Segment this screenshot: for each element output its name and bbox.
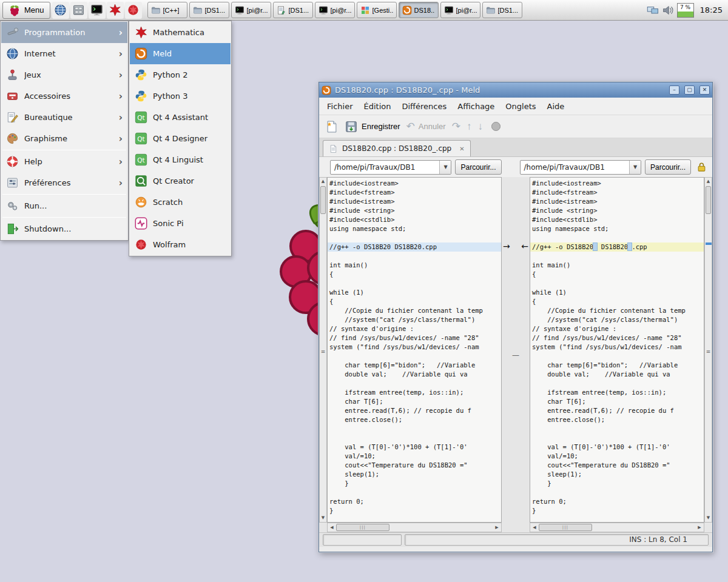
new-comparison-button[interactable] — [325, 120, 339, 133]
save-button[interactable]: Enregistrer — [345, 120, 400, 133]
right-file-combo[interactable]: /home/pi/Travaux/DB1 ▼ — [520, 160, 641, 175]
terminal-launcher[interactable] — [89, 2, 106, 19]
web-browser-launcher[interactable] — [52, 2, 69, 19]
submenu-item-meld[interactable]: Meld — [130, 43, 231, 64]
task-button[interactable]: [C++] — [147, 2, 187, 18]
code-line — [329, 279, 501, 288]
scrollbar-thumb[interactable] — [706, 186, 711, 214]
code-line: //system("cat /sys/class/thermal") — [532, 315, 704, 324]
submenu-item-python3[interactable]: Python 3 — [130, 85, 231, 107]
task-button[interactable]: [DS1... — [189, 2, 229, 18]
tab-close-icon[interactable]: ✕ — [456, 146, 464, 152]
push-change-left-icon[interactable]: ← — [521, 242, 528, 251]
submenu-item-mathematica[interactable]: Mathematica — [130, 22, 231, 43]
menubar-item-diffrences[interactable]: Différences — [396, 98, 452, 115]
internet-icon — [6, 47, 19, 60]
cpu-monitor[interactable]: 7 % — [677, 3, 694, 18]
menu-item-internet[interactable]: Internet› — [1, 43, 127, 64]
scroll-right-icon[interactable]: ▶ — [695, 523, 704, 532]
menu-item-run[interactable]: Run... — [1, 195, 127, 216]
scroll-left-icon[interactable]: ◀ — [530, 523, 539, 532]
display-settings-icon[interactable] — [647, 4, 659, 16]
left-browse-button[interactable]: Parcourir... — [455, 159, 501, 175]
code-line: { — [532, 297, 704, 306]
menubar-item-dition[interactable]: Édition — [359, 98, 397, 115]
menu-item-bureautique[interactable]: Bureautique› — [1, 107, 127, 128]
code-line: entree.close(); — [329, 415, 501, 424]
submenu-item-qt4assistant[interactable]: QtQt 4 Assistant — [130, 107, 231, 128]
window-titlebar[interactable]: DS18B20.cpp : DS18B20_.cpp - Meld – ▢ ✕ — [319, 82, 712, 98]
menubar-item-fichier[interactable]: Fichier — [322, 98, 359, 115]
menu-item-help[interactable]: Help› — [1, 151, 127, 172]
code-line: char temp[6]="bidon"; //Variable — [329, 361, 501, 370]
volume-icon[interactable] — [662, 4, 674, 16]
chevron-down-icon[interactable]: ▼ — [439, 161, 451, 174]
accessories-icon — [6, 90, 19, 102]
menu-item-accessoires[interactable]: Accessoires› — [1, 85, 127, 107]
folder-icon — [151, 5, 161, 15]
task-button[interactable]: DS18... — [399, 2, 439, 18]
submenu-item-label: Qt 4 Linguist — [153, 155, 227, 164]
submenu-item-qtcreator[interactable]: Qt Creator — [130, 170, 231, 192]
scrollbar-thumb[interactable]: ||| — [539, 524, 592, 531]
right-horizontal-scrollbar[interactable]: ◀ ||| ▶ — [530, 523, 704, 532]
code-line: #include <string> — [329, 206, 501, 215]
code-line: int main() — [329, 261, 501, 270]
submenu-item-scratch[interactable]: Scratch — [130, 192, 231, 213]
menu-separator — [2, 150, 126, 150]
task-button[interactable]: [pi@r... — [315, 2, 355, 18]
left-file-combo[interactable]: /home/pi/Travaux/DB1 ▼ — [330, 160, 451, 175]
scrollbar-thumb[interactable]: ||| — [336, 524, 389, 531]
menubar-item-aide[interactable]: Aide — [542, 98, 570, 115]
mathematica-launcher[interactable] — [107, 2, 124, 19]
code-line — [329, 233, 501, 242]
submenu-item-qt4designer[interactable]: QtQt 4 Designer — [130, 128, 231, 149]
menu-item-graphisme[interactable]: Graphisme› — [1, 128, 127, 149]
task-button[interactable]: [Gesti... — [357, 2, 397, 18]
menubar-item-onglets[interactable]: Onglets — [500, 98, 541, 115]
undo-icon: ↶ — [406, 120, 415, 133]
menu-item-jeux[interactable]: Jeux› — [1, 64, 127, 85]
menu-item-shutdown[interactable]: Shutdown... — [1, 218, 127, 239]
menu-item-programmation[interactable]: Programmation› — [1, 22, 127, 43]
minimize-button[interactable]: – — [669, 85, 679, 95]
submenu-item-label: Sonic Pi — [153, 219, 227, 228]
right-code-pane[interactable]: #include<iostream>#include<fstream>#incl… — [530, 177, 704, 523]
chevron-down-icon[interactable]: ▼ — [629, 161, 641, 174]
tab-ds18b20-comparison[interactable]: DS18B20.cpp : DS18B20_.cpp ✕ — [323, 140, 471, 156]
scrollbar-track[interactable]: ||| — [539, 523, 695, 532]
menu-button[interactable]: Menu — [2, 2, 50, 19]
scroll-up-icon[interactable]: ▲ — [705, 178, 712, 186]
maximize-button[interactable]: ▢ — [684, 85, 695, 95]
scroll-left-icon[interactable]: ◀ — [328, 523, 336, 532]
scroll-down-icon[interactable]: ▼ — [320, 514, 326, 522]
menubar-item-affichage[interactable]: Affichage — [452, 98, 500, 115]
scroll-right-icon[interactable]: ▶ — [493, 523, 501, 532]
meld-icon — [135, 47, 147, 60]
scroll-up-icon[interactable]: ▲ — [320, 178, 326, 186]
left-code-pane[interactable]: #include<iostream>#include<fstream>#incl… — [327, 177, 502, 523]
submenu-item-wolfram[interactable]: Wolfram — [130, 234, 231, 255]
submenu-item-python2[interactable]: Python 2 — [130, 64, 231, 85]
push-change-right-icon[interactable]: → — [503, 242, 510, 251]
task-button[interactable]: [pi@r... — [231, 2, 271, 18]
task-button[interactable]: [pi@r... — [440, 2, 480, 18]
left-vertical-scrollbar[interactable]: ▲ ≡ ▼ — [319, 177, 327, 523]
lock-icon[interactable] — [696, 161, 707, 173]
right-browse-button[interactable]: Parcourir... — [645, 159, 691, 175]
scroll-down-icon[interactable]: ▼ — [705, 514, 712, 522]
left-horizontal-scrollbar[interactable]: ◀ ||| ▶ — [327, 523, 502, 532]
scrollbar-track[interactable]: ||| — [336, 523, 493, 532]
submenu-item-sonicpi[interactable]: Sonic Pi — [130, 213, 231, 234]
right-vertical-scrollbar[interactable]: ▲ ≡ ▼ — [704, 177, 712, 523]
task-button[interactable]: [DS1... — [482, 2, 522, 18]
clock[interactable]: 18:25 — [700, 5, 723, 15]
scrollbar-thumb[interactable] — [320, 186, 326, 214]
close-button[interactable]: ✕ — [699, 85, 710, 95]
file-manager-launcher[interactable] — [70, 2, 87, 19]
task-button[interactable]: [DS1... — [273, 2, 313, 18]
chunk-marker-icon: ≡ — [320, 349, 326, 355]
wolfram-launcher[interactable] — [125, 2, 142, 19]
submenu-item-qt4linguist[interactable]: QtQt 4 Linguist — [130, 149, 231, 170]
menu-item-prfrences[interactable]: Préférences› — [1, 172, 127, 193]
